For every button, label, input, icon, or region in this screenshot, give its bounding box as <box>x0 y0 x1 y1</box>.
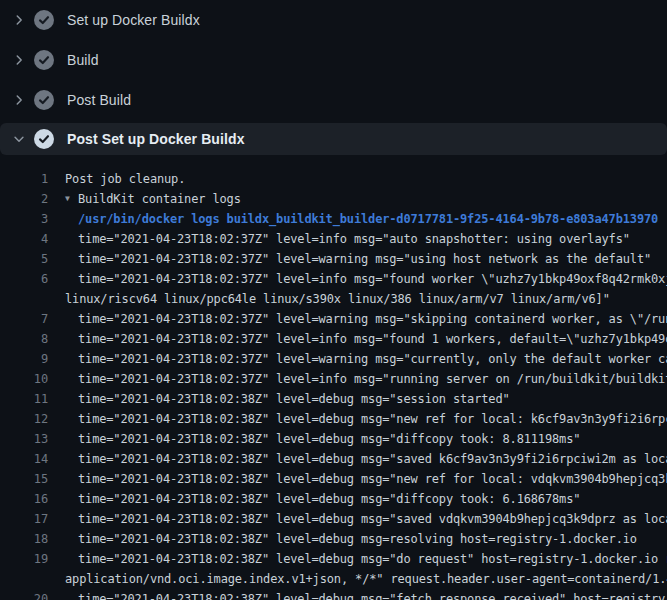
log-text: time="2021-04-23T18:02:37Z" level=warnin… <box>78 349 667 369</box>
log-row: 18time="2021-04-23T18:02:38Z" level=debu… <box>0 529 667 549</box>
log-text: time="2021-04-23T18:02:38Z" level=debug … <box>78 469 667 489</box>
log-row: 4time="2021-04-23T18:02:37Z" level=info … <box>0 229 667 249</box>
line-number[interactable]: 9 <box>0 349 48 369</box>
step-header-set-up-docker-buildx[interactable]: Set up Docker Buildx <box>0 0 667 40</box>
log-wrap-row: linux/riscv64 linux/ppc64le linux/s390x … <box>0 289 667 309</box>
workflow-log-viewer: Set up Docker Buildx Build Post Build Po… <box>0 0 667 600</box>
log-text: time="2021-04-23T18:02:38Z" level=debug … <box>78 589 667 600</box>
log-row: 1Post job cleanup. <box>0 169 667 189</box>
log-row: 14time="2021-04-23T18:02:38Z" level=debu… <box>0 449 667 469</box>
line-number[interactable]: 14 <box>0 449 48 469</box>
line-number[interactable]: 19 <box>0 549 48 569</box>
step-header-post-build[interactable]: Post Build <box>0 80 667 120</box>
success-check-icon <box>34 129 54 149</box>
step-label: Post Set up Docker Buildx <box>67 131 245 147</box>
log-text: time="2021-04-23T18:02:38Z" level=debug … <box>78 449 667 469</box>
log-text: time="2021-04-23T18:02:37Z" level=warnin… <box>78 309 667 329</box>
steps-list: Set up Docker Buildx Build Post Build Po… <box>0 0 667 155</box>
log-row: 17time="2021-04-23T18:02:38Z" level=debu… <box>0 509 667 529</box>
log-text: time="2021-04-23T18:02:38Z" level=debug … <box>78 389 510 409</box>
line-number[interactable]: 12 <box>0 409 48 429</box>
log-row: 10time="2021-04-23T18:02:37Z" level=info… <box>0 369 667 389</box>
log-text: time="2021-04-23T18:02:38Z" level=debug … <box>78 489 580 509</box>
log-text: time="2021-04-23T18:02:38Z" level=debug … <box>78 429 580 449</box>
log-text: application/vnd.oci.image.index.v1+json,… <box>65 569 667 589</box>
success-check-icon <box>34 50 54 70</box>
log-wrap-row: application/vnd.oci.image.index.v1+json,… <box>0 569 667 589</box>
log-group-row[interactable]: 2▼BuildKit container logs <box>0 189 667 209</box>
log-row: 19time="2021-04-23T18:02:38Z" level=debu… <box>0 549 667 569</box>
line-number[interactable]: 20 <box>0 589 48 600</box>
line-number[interactable]: 4 <box>0 229 48 249</box>
line-number[interactable]: 13 <box>0 429 48 449</box>
chevron-right-icon <box>12 93 34 107</box>
group-expand-triangle-icon: ▼ <box>65 189 78 209</box>
chevron-right-icon <box>12 13 34 27</box>
line-number[interactable]: 18 <box>0 529 48 549</box>
log-row: 11time="2021-04-23T18:02:38Z" level=debu… <box>0 389 667 409</box>
log-text: time="2021-04-23T18:02:37Z" level=info m… <box>78 369 667 389</box>
log-text: time="2021-04-23T18:02:38Z" level=debug … <box>78 529 637 549</box>
log-row: 9time="2021-04-23T18:02:37Z" level=warni… <box>0 349 667 369</box>
chevron-right-icon <box>12 53 34 67</box>
log-text: time="2021-04-23T18:02:38Z" level=debug … <box>78 509 667 529</box>
log-row: 5time="2021-04-23T18:02:37Z" level=warni… <box>0 249 667 269</box>
log-text: Post job cleanup. <box>65 169 185 189</box>
log-text: time="2021-04-23T18:02:37Z" level=info m… <box>78 269 667 289</box>
chevron-down-icon <box>12 132 34 146</box>
line-number[interactable]: 1 <box>0 169 48 189</box>
log-row: 15time="2021-04-23T18:02:38Z" level=debu… <box>0 469 667 489</box>
line-number[interactable]: 2 <box>0 189 48 209</box>
step-label: Build <box>67 52 99 68</box>
line-number[interactable]: 6 <box>0 269 48 289</box>
log-row: 20time="2021-04-23T18:02:38Z" level=debu… <box>0 589 667 600</box>
line-number[interactable]: 7 <box>0 309 48 329</box>
log-container: 1Post job cleanup.2▼BuildKit container l… <box>0 155 667 600</box>
line-number <box>0 289 48 309</box>
line-number[interactable]: 5 <box>0 249 48 269</box>
log-text: linux/riscv64 linux/ppc64le linux/s390x … <box>65 289 610 309</box>
line-number <box>0 569 48 589</box>
success-check-icon <box>34 10 54 30</box>
log-text: time="2021-04-23T18:02:38Z" level=debug … <box>78 409 667 429</box>
line-number[interactable]: 17 <box>0 509 48 529</box>
step-header-post-set-up-docker-buildx[interactable]: Post Set up Docker Buildx <box>0 123 667 155</box>
step-label: Post Build <box>67 92 131 108</box>
log-text: time="2021-04-23T18:02:38Z" level=debug … <box>78 549 667 569</box>
log-row: 3/usr/bin/docker logs buildx_buildkit_bu… <box>0 209 667 229</box>
line-number[interactable]: 10 <box>0 369 48 389</box>
line-number[interactable]: 16 <box>0 489 48 509</box>
log-text: time="2021-04-23T18:02:37Z" level=warnin… <box>78 249 651 269</box>
step-label: Set up Docker Buildx <box>67 12 200 28</box>
log-command-text: /usr/bin/docker logs buildx_buildkit_bui… <box>78 209 658 229</box>
success-check-icon <box>34 90 54 110</box>
log-text: time="2021-04-23T18:02:37Z" level=info m… <box>78 329 667 349</box>
line-number[interactable]: 8 <box>0 329 48 349</box>
log-text: BuildKit container logs <box>78 189 241 209</box>
log-row: 12time="2021-04-23T18:02:38Z" level=debu… <box>0 409 667 429</box>
log-row: 6time="2021-04-23T18:02:37Z" level=info … <box>0 269 667 289</box>
line-number[interactable]: 11 <box>0 389 48 409</box>
log-row: 13time="2021-04-23T18:02:38Z" level=debu… <box>0 429 667 449</box>
line-number[interactable]: 15 <box>0 469 48 489</box>
log-text: time="2021-04-23T18:02:37Z" level=info m… <box>78 229 630 249</box>
log-row: 7time="2021-04-23T18:02:37Z" level=warni… <box>0 309 667 329</box>
log-row: 8time="2021-04-23T18:02:37Z" level=info … <box>0 329 667 349</box>
line-number[interactable]: 3 <box>0 209 48 229</box>
step-header-build[interactable]: Build <box>0 40 667 80</box>
log-row: 16time="2021-04-23T18:02:38Z" level=debu… <box>0 489 667 509</box>
